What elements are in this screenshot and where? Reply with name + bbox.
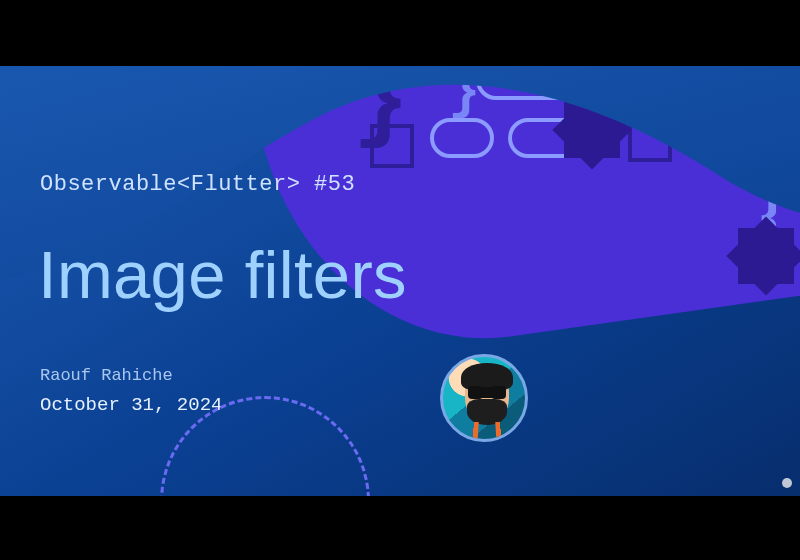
pill-outline-decor bbox=[430, 118, 494, 158]
corner-dot-decor bbox=[782, 478, 792, 488]
starburst-icon bbox=[564, 102, 620, 158]
title-slide: } } { } Observable<Flutter> #53 Imag bbox=[0, 66, 800, 496]
square-outline-decor bbox=[370, 124, 414, 168]
presenter-avatar bbox=[440, 354, 528, 442]
sunglasses-icon bbox=[470, 387, 504, 398]
square-outline-decor bbox=[628, 118, 672, 162]
starburst-icon bbox=[738, 228, 794, 284]
pill-outline-decor bbox=[690, 108, 800, 148]
avatar-lanyard bbox=[472, 422, 503, 442]
presenter-name: Raouf Rahiche bbox=[40, 366, 173, 385]
starburst-icon bbox=[700, 66, 742, 96]
talk-date: October 31, 2024 bbox=[40, 394, 222, 416]
letterbox-stage: } } { } Observable<Flutter> #53 Imag bbox=[0, 0, 800, 560]
talk-title: Image filters bbox=[38, 236, 407, 313]
series-label: Observable<Flutter> #53 bbox=[40, 172, 355, 197]
